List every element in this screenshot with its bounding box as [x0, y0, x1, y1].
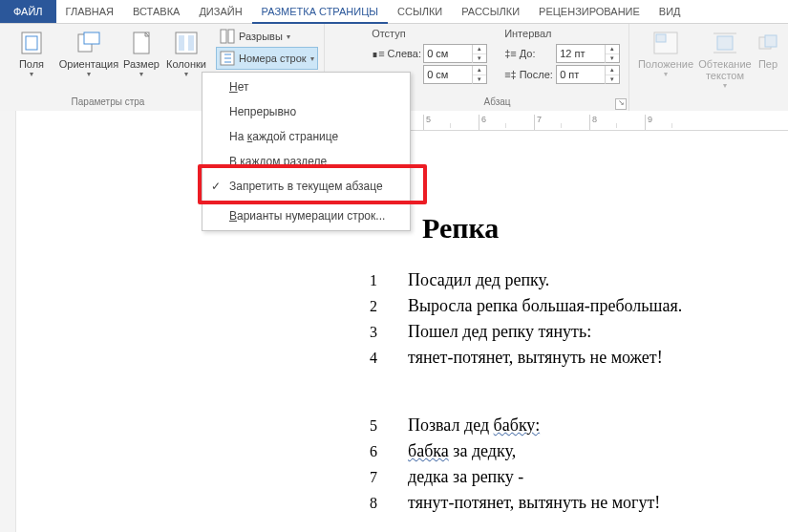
chevron-down-icon: ▾ — [723, 81, 727, 90]
position-label: Положение — [638, 58, 693, 70]
vertical-ruler — [0, 111, 16, 532]
breaks-label: Разрывы — [239, 31, 283, 42]
indent-left-icon: ∎≡ — [372, 48, 384, 60]
spacing-before-value: 12 пт — [557, 48, 605, 59]
margins-icon — [17, 30, 46, 56]
svg-rect-20 — [765, 35, 777, 47]
doc-title: Репка — [370, 212, 778, 245]
line-numbers-label: Номера строк — [239, 53, 307, 64]
paragraph-dialog-launcher[interactable]: ↘ — [615, 98, 627, 110]
spinner-down-icon[interactable]: ▾ — [606, 54, 619, 63]
line-number: 1 — [370, 268, 408, 293]
bring-forward-button[interactable]: Пер — [754, 26, 782, 70]
tab-insert[interactable]: ВСТАВКА — [123, 0, 189, 23]
svg-rect-8 — [221, 30, 226, 43]
chevron-down-icon: ▾ — [87, 70, 91, 78]
tab-references[interactable]: ССЫЛКИ — [388, 0, 452, 23]
spacing-after-field[interactable]: 0 пт ▴▾ — [556, 65, 620, 84]
tab-page-layout[interactable]: РАЗМЕТКА СТРАНИЦЫ — [252, 0, 388, 24]
breaks-icon — [220, 29, 235, 44]
line-numbers-button[interactable]: Номера строк ▾ — [216, 47, 318, 70]
spacing-before-icon: ‡≡ — [504, 48, 517, 59]
ruler-tick: 8 — [589, 115, 645, 130]
svg-rect-15 — [656, 34, 666, 42]
menu-item-each-section[interactable]: В каждом разделе — [202, 149, 410, 174]
tab-file[interactable]: ФАЙЛ — [0, 0, 56, 23]
indent-header: Отступ — [372, 28, 487, 41]
columns-icon — [172, 30, 201, 56]
line-text: Посадил дед репку. — [408, 267, 778, 292]
position-button[interactable]: Положение ▾ — [635, 26, 696, 78]
spinner-up-icon[interactable]: ▴ — [473, 66, 486, 75]
spinner-up-icon[interactable]: ▴ — [606, 45, 619, 54]
tab-home[interactable]: ГЛАВНАЯ — [56, 0, 123, 23]
menu-item-each-page[interactable]: На каждой странице — [202, 124, 410, 149]
line-text: Пошел дед репку тянуть: — [408, 319, 778, 344]
wrap-text-label: Обтекание текстом — [696, 58, 754, 81]
wrap-text-button[interactable]: Обтекание текстом ▾ — [696, 26, 754, 90]
bring-forward-label: Пер — [758, 58, 777, 70]
breaks-button[interactable]: Разрывы ▾ — [216, 26, 318, 47]
check-icon: ✓ — [208, 180, 224, 193]
indent-left-value: 0 см — [424, 48, 472, 59]
spacing-header: Интервал — [504, 28, 620, 41]
columns-label: Колонки — [166, 58, 206, 70]
line-numbers-icon — [220, 51, 235, 66]
line-number: 8 — [370, 491, 408, 516]
svg-rect-0 — [22, 32, 41, 53]
line-number: 6 — [370, 439, 408, 464]
tab-design[interactable]: ДИЗАЙН — [189, 0, 251, 23]
line-number: 3 — [370, 320, 408, 345]
line-text: бабка за дедку, — [408, 438, 778, 463]
page-setup-group-label: Параметры стра — [6, 96, 210, 112]
menu-item-suppress[interactable]: ✓Запретить в текущем абзаце — [202, 174, 410, 199]
margins-button[interactable]: Поля ▾ — [6, 26, 57, 78]
bring-forward-icon — [754, 30, 782, 56]
line-number: 7 — [370, 465, 408, 490]
svg-rect-9 — [228, 30, 234, 43]
svg-rect-16 — [717, 36, 733, 50]
spinner-down-icon[interactable]: ▾ — [473, 54, 486, 63]
spinner-down-icon[interactable]: ▾ — [473, 75, 486, 84]
line-text: Выросла репка большая-пребольшая. — [408, 293, 778, 318]
size-button[interactable]: Размер ▾ — [120, 26, 162, 78]
spacing-after-value: 0 пт — [557, 69, 605, 80]
wrap-text-icon — [711, 30, 739, 56]
svg-rect-6 — [179, 35, 184, 51]
spinner-up-icon[interactable]: ▴ — [606, 66, 619, 75]
line-number: 4 — [370, 346, 408, 371]
indent-right-field[interactable]: 0 см ▴▾ — [423, 65, 487, 84]
chevron-down-icon: ▾ — [184, 70, 188, 78]
tab-mailings[interactable]: РАССЫЛКИ — [452, 0, 529, 23]
line-number: 2 — [370, 294, 408, 319]
spacing-after-label: После: — [520, 69, 553, 80]
chevron-down-icon: ▾ — [310, 54, 314, 63]
tab-view[interactable]: ВИД — [650, 0, 691, 23]
menu-item-none[interactable]: Нет — [202, 74, 410, 99]
tab-review[interactable]: РЕЦЕНЗИРОВАНИЕ — [529, 0, 650, 23]
line-text: тянет-потянет, вытянуть не может! — [408, 345, 778, 370]
ruler-tick: 5 — [423, 115, 479, 130]
menu-item-options[interactable]: Варианты нумерации строк... — [202, 203, 410, 228]
chevron-down-icon: ▾ — [287, 32, 290, 41]
ruler-tick: 9 — [645, 115, 700, 130]
line-text: дедка за репку - — [408, 464, 778, 489]
line-number: 5 — [370, 414, 408, 438]
size-label: Размер — [123, 58, 160, 70]
spinner-down-icon[interactable]: ▾ — [606, 75, 619, 84]
ribbon-tabs: ФАЙЛ ГЛАВНАЯ ВСТАВКА ДИЗАЙН РАЗМЕТКА СТР… — [0, 0, 788, 24]
indent-right-value: 0 см — [424, 69, 472, 80]
spacing-before-field[interactable]: 12 пт ▴▾ — [556, 44, 620, 63]
orientation-button[interactable]: Ориентация ▾ — [57, 26, 120, 78]
spinner-up-icon[interactable]: ▴ — [473, 45, 486, 54]
menu-item-continuous[interactable]: Непрерывно — [202, 99, 410, 124]
spacing-before-label: До: — [520, 48, 536, 59]
line-text: тянут-потянет, вытянуть не могут! — [408, 490, 778, 515]
columns-button[interactable]: Колонки ▾ — [162, 26, 210, 78]
position-icon — [651, 30, 680, 56]
chevron-down-icon: ▾ — [30, 70, 33, 78]
orientation-label: Ориентация — [59, 58, 118, 70]
ruler-tick: 6 — [479, 115, 534, 130]
spacing-after-icon: ≡‡ — [504, 69, 517, 80]
indent-left-field[interactable]: 0 см ▴▾ — [423, 44, 487, 63]
